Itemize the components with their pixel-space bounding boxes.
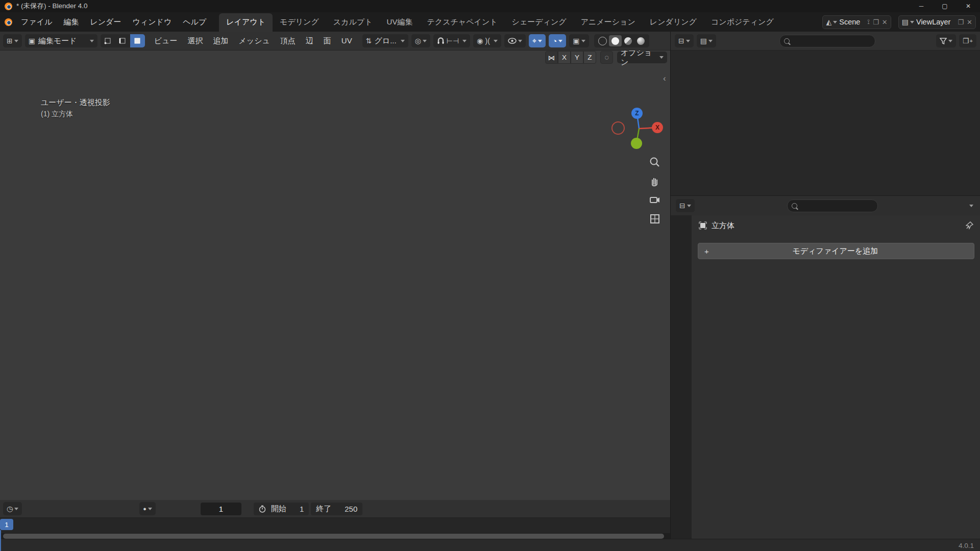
properties-search-input[interactable] bbox=[787, 199, 878, 212]
workspace-tab[interactable]: レンダリング bbox=[643, 13, 704, 32]
zoom-icon[interactable] bbox=[649, 156, 661, 170]
menu-編集[interactable]: 編集 bbox=[58, 15, 84, 29]
start-label: 開始 bbox=[271, 504, 286, 514]
menu-レンダー[interactable]: レンダー bbox=[84, 15, 127, 29]
viewport-menu-面[interactable]: 面 bbox=[318, 35, 336, 47]
viewport-object-label: (1) 立方体 bbox=[41, 110, 73, 119]
gizmo-z-axis[interactable]: Z bbox=[631, 108, 643, 119]
viewport-menu-ビュー[interactable]: ビュー bbox=[149, 35, 183, 47]
options-dropdown[interactable]: オプション bbox=[617, 52, 667, 63]
breadcrumb-object-name: 立方体 bbox=[712, 221, 734, 231]
viewlayer-selector[interactable]: ▤ ViewLayer ❐ ✕ bbox=[898, 15, 976, 29]
orientation-icon: ⇅ bbox=[366, 37, 372, 45]
workspace-tab[interactable]: スカルプト bbox=[326, 13, 380, 32]
workspace-tab[interactable]: コンポジティング bbox=[704, 13, 781, 32]
menu-ヘルプ[interactable]: ヘルプ bbox=[177, 15, 212, 29]
workspace-tab[interactable]: UV編集 bbox=[380, 13, 420, 32]
viewport-menu-頂点[interactable]: 頂点 bbox=[275, 35, 301, 47]
rendered-shading-button[interactable] bbox=[634, 35, 647, 46]
remove-icon[interactable]: ✕ bbox=[967, 18, 972, 26]
editor-type-button[interactable]: ◷ bbox=[3, 502, 22, 515]
top-bar: ファイル編集レンダーウィンドウヘルプ レイアウトモデリングスカルプトUV編集テク… bbox=[0, 12, 980, 32]
navigation-gizmo[interactable]: Z X bbox=[607, 106, 669, 154]
current-frame-field[interactable]: 1 bbox=[201, 503, 241, 515]
workspace-tab[interactable]: アニメーション bbox=[574, 13, 643, 32]
pin-icon[interactable] bbox=[966, 221, 973, 230]
hand-pan-icon[interactable] bbox=[649, 175, 661, 189]
viewport-menu-メッシュ[interactable]: メッシュ bbox=[233, 35, 275, 47]
outliner-tree bbox=[671, 51, 980, 54]
search-icon bbox=[784, 38, 790, 44]
snap-group[interactable]: ⊢⊣ bbox=[433, 34, 470, 47]
panel-collapse-chevron[interactable]: ‹ bbox=[663, 73, 666, 84]
viewport-header: ⊞ ▣ 編集モード ビュー選択追加メッシュ頂点辺面UV ⇅ グロ... ◎ ⊢⊣ bbox=[0, 32, 670, 51]
current-frame-badge[interactable]: 1 bbox=[0, 519, 13, 530]
close-button[interactable]: ✕ bbox=[957, 0, 980, 12]
menu-ウィンドウ[interactable]: ウィンドウ bbox=[127, 15, 177, 29]
viewport-menu-UV[interactable]: UV bbox=[336, 35, 357, 47]
copy-icon[interactable]: ❐ bbox=[958, 18, 964, 26]
properties-header: ⊟ bbox=[671, 196, 980, 216]
maximize-button[interactable]: ▢ bbox=[933, 0, 957, 12]
properties-panel: ⊟ 立方体 + モディファイアーを追加 bbox=[670, 195, 980, 539]
gizmo-x-neg-axis[interactable] bbox=[611, 121, 625, 135]
pivot-point-dropdown[interactable]: ◎ bbox=[411, 34, 430, 47]
window-controls: ─ ▢ ✕ bbox=[910, 0, 980, 12]
display-mode-button[interactable]: ▤ bbox=[697, 34, 716, 47]
properties-options-chevron[interactable] bbox=[969, 205, 973, 207]
mirror-x-button[interactable]: X bbox=[558, 51, 571, 64]
material-shading-button[interactable] bbox=[622, 35, 634, 46]
end-frame-field[interactable]: 250 bbox=[345, 505, 357, 513]
viewport-menu-選択[interactable]: 選択 bbox=[182, 35, 208, 47]
viewport-menu-辺[interactable]: 辺 bbox=[301, 35, 318, 47]
unlink-icon[interactable]: ✕ bbox=[882, 18, 888, 26]
mode-dropdown[interactable]: ▣ 編集モード bbox=[25, 34, 97, 47]
vertex-select-button[interactable] bbox=[101, 34, 115, 47]
minimize-button[interactable]: ─ bbox=[910, 0, 933, 12]
workspace-tab[interactable]: テクスチャペイント bbox=[420, 13, 504, 32]
menu-ファイル[interactable]: ファイル bbox=[15, 15, 58, 29]
outliner-panel: ⊟ ▤ ❐+ bbox=[670, 32, 980, 195]
gizmo-x-axis[interactable]: X bbox=[652, 122, 663, 133]
editor-type-button[interactable]: ⊞ bbox=[3, 34, 22, 47]
snap-base-icon[interactable]: ◌ bbox=[600, 51, 613, 64]
timeline-editor: ◷ ● 1 開始 1 終了 250 1 › bbox=[0, 500, 670, 539]
start-frame-field[interactable]: 1 bbox=[300, 505, 304, 513]
show-gizmo-toggle[interactable]: ⌖ bbox=[529, 34, 546, 47]
workspace-tab[interactable]: レイアウト bbox=[219, 13, 273, 32]
outliner-search-input[interactable] bbox=[779, 35, 875, 47]
frame-range-group: 開始 1 bbox=[254, 503, 309, 515]
mirror-y-button[interactable]: Y bbox=[571, 51, 583, 64]
scene-selector[interactable]: ◭ Scene ⟟ ❐ ✕ bbox=[822, 15, 891, 29]
falloff-icon: )( bbox=[485, 37, 489, 45]
filter-dropdown[interactable] bbox=[936, 34, 956, 47]
gizmo-y-axis[interactable] bbox=[631, 138, 642, 149]
show-overlays-toggle[interactable]: ◔ bbox=[549, 34, 566, 47]
proportional-edit-group[interactable]: ◉ )( bbox=[473, 34, 501, 47]
editor-type-button[interactable]: ⊟ bbox=[675, 34, 694, 47]
blender-menu-icon[interactable] bbox=[5, 18, 12, 26]
camera-view-icon[interactable] bbox=[649, 194, 661, 208]
workspace-tab[interactable]: シェーディング bbox=[505, 13, 574, 32]
solid-shading-button[interactable] bbox=[609, 35, 622, 46]
pin-icon[interactable]: ⟟ bbox=[867, 18, 870, 26]
viewport-menu-追加[interactable]: 追加 bbox=[208, 35, 233, 47]
editor-type-button[interactable]: ⊟ bbox=[676, 199, 695, 212]
wireframe-shading-button[interactable] bbox=[596, 35, 609, 46]
playhead-line[interactable] bbox=[0, 530, 1, 551]
orientation-dropdown[interactable]: ⇅ グロ... bbox=[362, 34, 408, 47]
add-modifier-button[interactable]: + モディファイアーを追加 bbox=[698, 243, 974, 259]
workspace-tab[interactable]: モデリング bbox=[273, 13, 326, 32]
new-collection-button[interactable]: ❐+ bbox=[959, 34, 976, 47]
viewport-3d[interactable]: ⊞ ▣ 編集モード ビュー選択追加メッシュ頂点辺面UV ⇅ グロ... ◎ ⊢⊣ bbox=[0, 32, 670, 500]
visibility-dropdown[interactable] bbox=[504, 34, 526, 47]
xray-toggle[interactable]: ▣ bbox=[569, 34, 589, 47]
scrollbar-thumb[interactable] bbox=[3, 534, 664, 539]
auto-keying-toggle[interactable]: ● bbox=[139, 502, 156, 515]
face-select-button[interactable] bbox=[130, 34, 145, 47]
copy-icon[interactable]: ❐ bbox=[873, 18, 879, 26]
edge-select-button[interactable] bbox=[115, 34, 130, 47]
mirror-z-button[interactable]: Z bbox=[583, 51, 596, 64]
ortho-toggle-icon[interactable] bbox=[649, 213, 661, 227]
timeline-ruler[interactable]: 1 › bbox=[0, 518, 670, 533]
